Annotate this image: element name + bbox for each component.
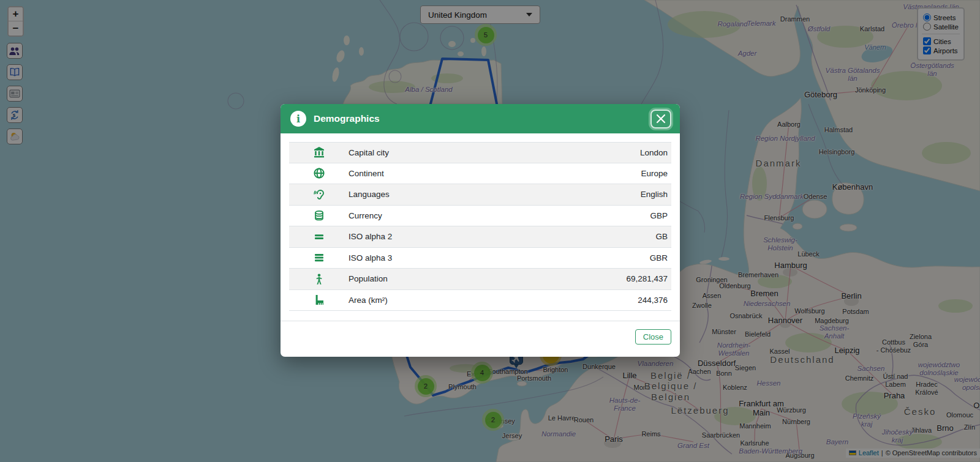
demographic-row: ContinentEurope xyxy=(289,163,671,185)
modal-header: i Demographics xyxy=(281,104,680,133)
row-label: Currency xyxy=(349,211,650,220)
close-icon xyxy=(656,114,666,124)
hearing-icon xyxy=(289,188,349,201)
museum-icon xyxy=(289,146,349,158)
modal-footer: Close xyxy=(281,321,680,357)
demographic-row: Capital cityLondon xyxy=(289,142,671,163)
app-window: DrammenRogalandTelemarkAgderØstfoldKarls… xyxy=(0,0,980,462)
info-icon: i xyxy=(290,111,306,127)
bars-2-icon xyxy=(289,231,349,243)
row-value: GBP xyxy=(650,211,671,220)
row-value: London xyxy=(640,148,671,157)
row-label: Area (km²) xyxy=(349,296,638,305)
row-value: GBR xyxy=(650,253,671,263)
demographic-row: LanguagesEnglish xyxy=(289,184,671,206)
modal-title: Demographics xyxy=(314,113,380,124)
globe-icon xyxy=(289,167,349,179)
row-value: 69,281,437 xyxy=(626,274,671,283)
demographic-row: Population69,281,437 xyxy=(289,269,671,290)
modal-body: Capital cityLondonContinentEuropeLanguag… xyxy=(281,133,680,311)
ruler-icon xyxy=(289,294,349,306)
row-label: Population xyxy=(349,274,626,283)
row-label: Languages xyxy=(349,190,641,199)
row-value: 244,376 xyxy=(638,296,671,305)
row-label: Capital city xyxy=(349,148,640,157)
demographic-row: ISO alpha 2GB xyxy=(289,226,671,248)
demographic-row: ISO alpha 3GBR xyxy=(289,248,671,269)
modal-close-x-button[interactable] xyxy=(650,110,671,129)
row-value: GB xyxy=(655,232,671,241)
demographic-row: Area (km²)244,376 xyxy=(289,290,671,311)
demographics-modal: i Demographics Capital cityLondonContine… xyxy=(281,104,680,357)
coins-icon xyxy=(289,209,349,222)
row-value: Europe xyxy=(641,169,671,178)
demographic-row: CurrencyGBP xyxy=(289,206,671,227)
row-label: Continent xyxy=(349,169,641,178)
close-button[interactable]: Close xyxy=(635,329,671,345)
row-label: ISO alpha 2 xyxy=(349,232,655,241)
person-icon xyxy=(289,273,349,285)
row-value: English xyxy=(641,190,671,199)
bars-3-icon xyxy=(289,251,349,264)
row-label: ISO alpha 3 xyxy=(349,253,650,263)
